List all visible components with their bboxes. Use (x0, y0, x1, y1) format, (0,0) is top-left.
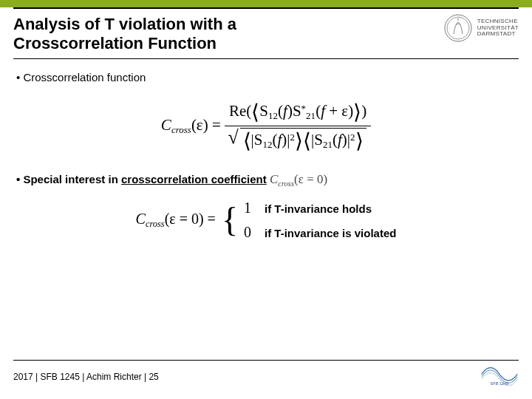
sfb-waves-icon: SFB 1245 (480, 365, 519, 386)
fraction-denominator: ⟨|S12(f)|2⟩⟨|S21(f)|2⟩ (225, 126, 371, 153)
sfb-label: SFB 1245 (490, 381, 508, 386)
slide-footer: 2017 | SFB 1245 | Achim Richter | 25 SFB… (0, 360, 532, 389)
pw-arg: (ε = 0) = (165, 211, 216, 227)
slide-header: Analysis of T violation with a Crosscorr… (0, 9, 532, 57)
case-1: 1 if T-invariance holds (244, 200, 396, 216)
s12: S (259, 102, 268, 120)
lhs-arg: (ε) = (191, 116, 221, 134)
bullet-2-text-b: crosscorrelation coefficient (121, 173, 267, 185)
bullet-2: • Special interest in crosscorrelation c… (16, 172, 516, 188)
coeff-sub: cross (278, 180, 294, 188)
title-line-1: Analysis of T violation with a (13, 15, 236, 33)
f1: f (283, 102, 287, 120)
lhs-C: C (161, 116, 171, 134)
main-fraction: Re(⟨S12(f)S*21(f + ε)⟩) ⟨|S12(f)|2⟩⟨|S21… (225, 100, 371, 153)
s21: S (293, 102, 301, 120)
s21-sub: 21 (306, 110, 316, 121)
sfb-logo: SFB 1245 (480, 365, 519, 389)
pw-sub: cross (146, 219, 165, 229)
d-s21-sub: 21 (323, 139, 332, 150)
case-1-text: if T-invariance holds (265, 202, 372, 215)
title-line-2: Crosscorrelation Function (13, 34, 216, 52)
footer-rule (13, 360, 519, 361)
slide-title: Analysis of T violation with a Crosscorr… (13, 15, 443, 54)
pw-C: C (136, 211, 146, 227)
bullet-1-text: Crosscorrelation function (23, 71, 146, 83)
coeff-arg: (ε = 0) (294, 172, 327, 186)
uni-line-3: DARMSTADT (477, 31, 519, 38)
d-s21: S (314, 131, 323, 149)
pw-lhs: Ccross(ε = 0) = (136, 211, 216, 230)
athena-seal-icon (443, 13, 473, 43)
coeff-inline: Ccross(ε = 0) (270, 172, 327, 186)
case-2-text: if T-invariance is violated (265, 227, 396, 239)
cases: 1 if T-invariance holds 0 if T-invarianc… (244, 200, 396, 241)
left-brace-icon: { (222, 205, 238, 235)
sqrt: ⟨|S12(f)|2⟩⟨|S21(f)|2⟩ (230, 128, 366, 153)
lhs-sub: cross (171, 124, 191, 135)
case-2-value: 0 (244, 224, 256, 241)
bullet-1: • Crosscorrelation function (16, 71, 516, 83)
eps: ε (341, 102, 348, 120)
d-f2: f (338, 131, 342, 149)
slide-body: • Crosscorrelation function Ccross(ε) = … (0, 61, 532, 241)
university-logo: TECHNISCHE UNIVERSITÄT DARMSTADT (443, 13, 519, 43)
d-s12-sub: 12 (263, 139, 273, 150)
piecewise-definition: Ccross(ε = 0) = { 1 if T-invariance hold… (16, 200, 516, 241)
accent-top-bar (0, 0, 532, 7)
s12-sub: 12 (268, 110, 278, 121)
header-separator (13, 58, 519, 59)
footer-text: 2017 | SFB 1245 | Achim Richter | 25 (13, 372, 159, 382)
coeff-C: C (270, 172, 278, 186)
case-1-value: 1 (244, 200, 256, 216)
fraction-numerator: Re(⟨S12(f)S*21(f + ε)⟩) (225, 100, 371, 126)
d-f1: f (278, 131, 282, 149)
university-name: TECHNISCHE UNIVERSITÄT DARMSTADT (477, 18, 519, 38)
d-s12: S (254, 131, 263, 149)
case-2: 0 if T-invariance is violated (244, 224, 396, 241)
crosscorrelation-formula: Ccross(ε) = Re(⟨S12(f)S*21(f + ε)⟩) ⟨|S1… (16, 100, 516, 153)
f2: f (321, 102, 325, 120)
re-operator: Re (229, 102, 246, 120)
bullet-2-text-a: Special interest in (23, 173, 121, 185)
